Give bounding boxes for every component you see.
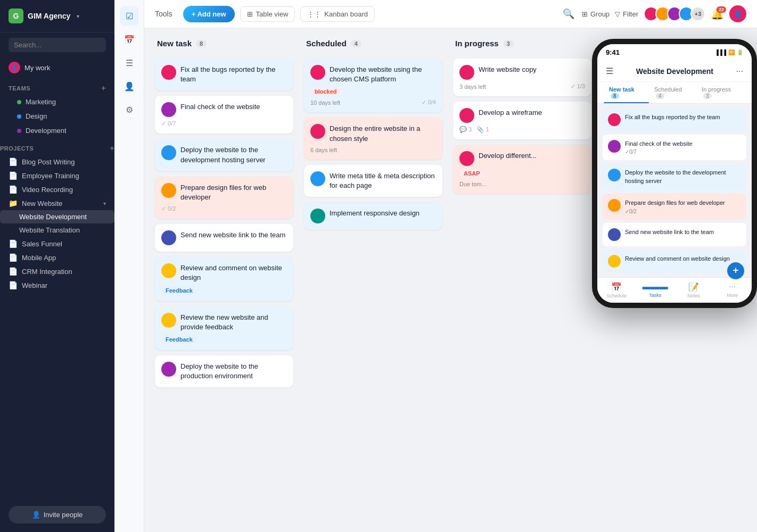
sidebar-item-website-development[interactable]: Website Development xyxy=(0,210,114,223)
team-avatar-more[interactable]: +3 xyxy=(690,6,705,21)
task-days: Due tom... xyxy=(459,181,487,187)
filter-button[interactable]: ▽ Filter xyxy=(615,10,638,18)
phone-task-card[interactable]: Deploy the website to the development ho… xyxy=(603,163,746,190)
table-view-button[interactable]: ⊞ Table view xyxy=(240,6,295,22)
add-project-button[interactable]: + xyxy=(110,144,114,153)
sidebar-header: G GIM Agency ▾ xyxy=(0,0,114,32)
phone-status-icons: ▐▐▐ 🛜 🔋 xyxy=(715,49,743,55)
column-new-task: New task 8 Fix all the bugs reported by … xyxy=(155,39,293,521)
phone-tab-scheduled[interactable]: Scheduled 4 xyxy=(649,82,696,103)
sidebar-item-design[interactable]: Design xyxy=(9,109,106,123)
task-card[interactable]: Write website copy 3 days left ✓ 1/3 xyxy=(453,59,591,96)
add-new-button[interactable]: + Add new xyxy=(183,6,235,22)
phone-task-card[interactable]: Fix all the bugs reported by the team xyxy=(603,108,746,131)
task-card[interactable]: Design the entire website in a chosen st… xyxy=(304,118,442,159)
phone-task-card[interactable]: Review and comment on website design xyxy=(603,250,746,273)
table-view-label: Table view xyxy=(256,10,289,18)
sidebar-item-label: Design xyxy=(26,112,47,120)
icon-bar-calendar[interactable]: 📅 xyxy=(120,30,139,49)
folder-icon: 📄 xyxy=(9,171,18,180)
add-team-button[interactable]: + xyxy=(101,84,106,93)
task-avatar xyxy=(161,230,176,245)
phone-nav-notes-label: Notes xyxy=(687,293,700,298)
invite-label: Invite people xyxy=(44,511,83,519)
icon-bar-check[interactable]: ☑ xyxy=(120,6,139,26)
phone-task-card[interactable]: Send new website link to the team xyxy=(603,223,746,246)
kanban-icon: ⋮⋮ xyxy=(307,10,321,18)
icon-bar-list[interactable]: ☰ xyxy=(120,53,139,72)
sidebar-item-website-translation[interactable]: Website Translation xyxy=(0,223,114,237)
column-title-in-progress: In progress xyxy=(455,39,499,48)
sidebar-item-mobile-app[interactable]: 📄 Mobile App xyxy=(0,251,114,264)
sidebar-item-blog-post-writing[interactable]: 📄 Blog Post Writing xyxy=(0,155,114,169)
task-title: Review and comment on website design xyxy=(180,263,287,282)
phone-nav-notes[interactable]: 📝 Notes xyxy=(674,278,713,303)
task-card[interactable]: Develop different... ASAP Due tom... xyxy=(453,145,591,194)
phone-status-bar: 9:41 ▐▐▐ 🛜 🔋 xyxy=(597,44,752,61)
phone-task-content: Final check of the website ✓0/7 xyxy=(625,140,741,155)
user-avatar[interactable]: 👤 xyxy=(729,5,746,22)
sidebar-item-sales-funnel[interactable]: 📄 Sales Funnel xyxy=(0,237,114,251)
icon-bar-user[interactable]: 👤 xyxy=(120,77,139,96)
task-card[interactable]: Deploy the website to the production env… xyxy=(155,355,293,387)
invite-people-button[interactable]: 👤 Invite people xyxy=(9,506,106,523)
task-card[interactable]: Review the new website and provide feedb… xyxy=(155,306,293,350)
kanban-label: Kanban board xyxy=(324,10,368,18)
search-input[interactable] xyxy=(9,38,106,52)
task-title: Develop a wireframe xyxy=(479,108,585,118)
sidebar-item-new-website[interactable]: 📁 New Website ▾ xyxy=(0,196,114,210)
phone-task-card[interactable]: Final check of the website ✓0/7 xyxy=(603,135,746,160)
my-work-item[interactable]: 👤 My work xyxy=(0,57,114,78)
phone-task-card[interactable]: Prepare design files for web developer ✓… xyxy=(603,194,746,219)
signal-icon: ▐▐▐ xyxy=(715,49,726,55)
group-button[interactable]: ⊞ Group xyxy=(582,10,610,18)
task-card[interactable]: Implement responsive design xyxy=(304,202,442,230)
task-card[interactable]: Fix all the bugs reported by the team xyxy=(155,59,293,90)
column-header-scheduled: Scheduled 4 xyxy=(304,39,442,53)
project-name: Video Recording xyxy=(22,186,73,194)
sidebar-item-employee-training[interactable]: 📄 Employee Training xyxy=(0,169,114,182)
group-label: Group xyxy=(590,10,610,18)
phone-tab-new-task[interactable]: New task 8 xyxy=(604,82,649,103)
column-title-scheduled: Scheduled xyxy=(306,39,347,48)
phone-task-content: Send new website link to the team xyxy=(625,228,741,236)
sidebar-item-webinar[interactable]: 📄 Webinar xyxy=(0,278,114,292)
folder-icon: 📄 xyxy=(9,239,18,248)
task-title: Deploy the website to the production env… xyxy=(180,362,287,381)
phone-nav-more[interactable]: ··· More xyxy=(713,278,752,303)
phone-task-title: Deploy the website to the development ho… xyxy=(625,169,741,185)
phone-nav-tasks[interactable]: ▬▬▬ Tasks xyxy=(636,278,675,303)
task-card[interactable]: Send new website link to the team xyxy=(155,224,293,252)
hamburger-icon[interactable]: ☰ xyxy=(606,66,613,76)
task-card[interactable]: Deploy the website to the development ho… xyxy=(155,139,293,171)
sidebar-item-marketing[interactable]: Marketing xyxy=(9,95,106,109)
phone-task-content: Prepare design files for web developer ✓… xyxy=(625,199,741,214)
task-check: ✓ 0/7 xyxy=(161,120,176,127)
task-card[interactable]: Develop the website using the chosen CMS… xyxy=(304,59,442,112)
phone-tab-in-progress[interactable]: In progress 3 xyxy=(696,82,745,103)
task-badge-feedback: Feedback xyxy=(161,335,197,344)
task-avatar xyxy=(310,65,325,80)
task-badge-asap: ASAP xyxy=(459,169,484,178)
task-card[interactable]: Develop a wireframe 💬 3 📎 1 xyxy=(453,102,591,139)
task-badge-blocked: blocked xyxy=(310,87,341,96)
company-dropdown-icon[interactable]: ▾ xyxy=(77,13,79,19)
search-button[interactable]: 🔍 xyxy=(561,6,577,22)
task-card[interactable]: Review and comment on website design Fee… xyxy=(155,257,293,301)
phone-nav-schedule[interactable]: 📅 Schedule xyxy=(597,278,636,303)
task-avatar xyxy=(161,102,176,117)
task-card[interactable]: Write meta title & meta description for … xyxy=(304,165,442,197)
task-card[interactable]: Prepare design files for web developer ✓… xyxy=(155,177,293,219)
more-options-icon[interactable]: ··· xyxy=(736,66,743,76)
phone-status-time: 9:41 xyxy=(606,48,620,56)
sidebar-item-development[interactable]: Development xyxy=(9,123,106,138)
sidebar-item-video-recording[interactable]: 📄 Video Recording xyxy=(0,182,114,196)
phone-task-avatar xyxy=(608,255,621,268)
phone-fab-add[interactable]: + xyxy=(727,262,744,279)
icon-bar-settings[interactable]: ⚙ xyxy=(120,100,139,119)
task-card[interactable]: Final check of the website ✓ 0/7 xyxy=(155,96,293,134)
sidebar-item-crm-integration[interactable]: 📄 CRM Integration xyxy=(0,264,114,278)
kanban-board-button[interactable]: ⋮⋮ Kanban board xyxy=(300,6,375,22)
notification-button[interactable]: 🔔 22 xyxy=(711,7,724,20)
task-title: Develop different... xyxy=(479,151,585,161)
